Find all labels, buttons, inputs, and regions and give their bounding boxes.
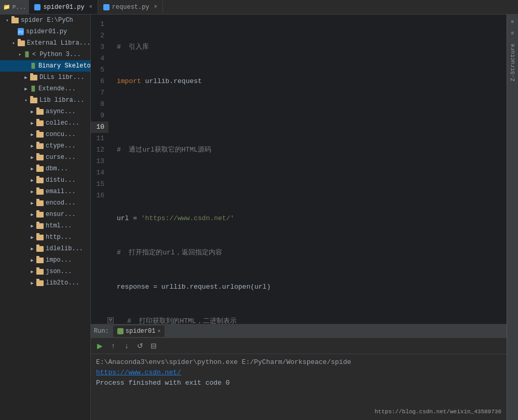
tab-spider01-label: spider01.py xyxy=(43,4,84,11)
run-tab-close[interactable]: × xyxy=(157,329,160,334)
chevron-right-icon15: ▶ xyxy=(29,246,35,252)
sidebar-item-python3[interactable]: ▾ ▐▌ < Python 3... xyxy=(0,49,90,60)
chevron-right-icon2: ▶ xyxy=(23,86,29,92)
sidebar-item-impo[interactable]: ▶ impo... xyxy=(0,254,90,266)
sidebar-item-ctype[interactable]: ▶ ctype... xyxy=(0,140,90,152)
folder-icon9 xyxy=(36,155,44,160)
sidebar-item-curse[interactable]: ▶ curse... xyxy=(0,152,90,163)
ln-16: 16 xyxy=(91,190,108,201)
sidebar-item-binary-skeletons[interactable]: ▶ ▐▌ Binary Skeletons xyxy=(0,60,90,72)
tab-spider01[interactable]: spider01.py × xyxy=(29,0,98,14)
tab-spider01-close[interactable]: × xyxy=(89,4,92,10)
code-line-2: import urllib.request xyxy=(117,76,507,87)
sidebar-item-distu[interactable]: ▶ distu... xyxy=(0,174,90,186)
ln-7: 7 xyxy=(91,87,108,99)
py-file-icon2 xyxy=(103,4,110,10)
sidebar-item-collec[interactable]: ▶ collec... xyxy=(0,117,90,129)
bottom-panel: Run: spider01 × ▶ ↑ ↓ ↺ ⊟ E:\Anaconda3\e… xyxy=(91,324,507,420)
chevron-right-icon10: ▶ xyxy=(29,188,35,195)
folder-icon4 xyxy=(30,98,37,103)
sidebar-item-encod[interactable]: ▶ encod... xyxy=(0,197,90,209)
py-file-icon xyxy=(34,4,40,10)
code-line-6: url = 'https://www.csdn.net/' xyxy=(117,213,507,224)
ln-3: 3 xyxy=(91,42,108,53)
sidebar-item-async[interactable]: ▶ async... xyxy=(0,106,90,117)
run-credit: https://blog.csdn.net/weixin_43589736 xyxy=(375,407,501,417)
sidebar-item-lib2to[interactable]: ▶ lib2to... xyxy=(0,277,90,289)
code-container[interactable]: 1 2 3 4 5 6 7 8 9 10 11 12 13 14 15 16 xyxy=(91,15,507,324)
sidebar-item-dbm[interactable]: ▶ dbm... xyxy=(0,163,90,174)
sidebar-dlls-label: DLLs libr... xyxy=(39,74,84,81)
sidebar-item-idlelib[interactable]: ▶ idlelib... xyxy=(0,243,90,254)
run-tab-spider01[interactable]: spider01 × xyxy=(113,326,165,337)
sidebar-item-http[interactable]: ▶ http... xyxy=(0,232,90,243)
run-output[interactable]: E:\Anaconda3\envs\spider\python.exe E:/P… xyxy=(91,354,507,420)
eq-6: = xyxy=(129,214,141,222)
ln-14: 14 xyxy=(91,167,108,179)
side-tab-btn-2[interactable]: ≡ xyxy=(508,28,517,37)
ln-9: 9 xyxy=(91,110,108,121)
ln-5: 5 xyxy=(91,64,108,76)
sidebar-idlelib-label: idlelib... xyxy=(46,245,83,252)
code-line-1: # 引入库 xyxy=(117,42,507,53)
ln-1: 1 xyxy=(91,19,108,30)
sidebar-concu-label: concu... xyxy=(46,131,76,138)
sidebar-item-ensur[interactable]: ▶ ensur... xyxy=(0,209,90,220)
run-up-button[interactable]: ↑ xyxy=(107,340,119,351)
sidebar-item-lib[interactable]: ▾ Lib libra... xyxy=(0,94,90,106)
editor-area[interactable]: 1 2 3 4 5 6 7 8 9 10 11 12 13 14 15 16 xyxy=(91,15,507,324)
sidebar-python3-label: < Python 3... xyxy=(32,51,81,58)
code-content[interactable]: # 引入库 import urllib.request # 通过url获取它的H… xyxy=(113,15,507,324)
sidebar-ensur-label: ensur... xyxy=(46,211,76,218)
sidebar-item-html[interactable]: ▶ html... xyxy=(0,220,90,232)
fold-marker-9[interactable]: ▽ xyxy=(107,317,114,323)
run-play-button[interactable]: ▶ xyxy=(94,340,105,351)
chevron-right-icon4: ▶ xyxy=(29,120,35,126)
code-line-9: ▽# 打印获取到的HTML，二进制表示 xyxy=(117,316,507,324)
sidebar-item-json[interactable]: ▶ json... xyxy=(0,266,90,277)
chevron-right-icon7: ▶ xyxy=(29,154,35,160)
code-line-5 xyxy=(117,179,507,190)
run-cmd-line: E:\Anaconda3\envs\spider\python.exe E:/P… xyxy=(96,357,501,368)
lib-icon: ▐▌ xyxy=(24,51,30,58)
folder-icon6 xyxy=(36,120,44,126)
tab-request[interactable]: request.py × xyxy=(98,0,163,14)
chevron-right-icon14: ▶ xyxy=(29,234,35,240)
sidebar-item-extended[interactable]: ▶ ▐▌ Extende... xyxy=(0,83,90,94)
sidebar-item-spider01py[interactable]: ▶ py spider01.py xyxy=(0,26,90,37)
chevron-right-icon3: ▶ xyxy=(29,109,35,115)
sidebar-extended-label: Extende... xyxy=(38,85,76,92)
sidebar-item-external-libs[interactable]: ▾ External Libra... xyxy=(0,37,90,49)
kw-import: import xyxy=(117,77,141,85)
sidebar-html-label: html... xyxy=(46,222,72,229)
run-down-button[interactable]: ↓ xyxy=(121,340,132,351)
sidebar-item-spider-label: spider E:\PyCh xyxy=(21,17,73,24)
sidebar-item-spider[interactable]: ▾ spider E:\PyCh xyxy=(0,15,90,26)
str-url: 'https://www.csdn.net/' xyxy=(141,214,234,222)
lib-icon2: ▐▌ xyxy=(30,85,36,92)
line-numbers: 1 2 3 4 5 6 7 8 9 10 11 12 13 14 15 16 xyxy=(91,15,113,324)
run-rerun-button[interactable]: ↺ xyxy=(134,340,146,351)
folder-icon12 xyxy=(36,189,44,195)
var-response: response xyxy=(117,283,149,291)
ln-6: 6 xyxy=(91,76,108,87)
chevron-right-icon9: ▶ xyxy=(29,177,35,183)
chevron-right-icon13: ▶ xyxy=(29,223,35,229)
sidebar-item-email[interactable]: ▶ email... xyxy=(0,186,90,197)
sidebar-item-dlls[interactable]: ▶ DLLs libr... xyxy=(0,72,90,83)
folder-icon10 xyxy=(36,166,44,172)
sidebar-item-concu[interactable]: ▶ concu... xyxy=(0,129,90,140)
chevron-right-icon11: ▶ xyxy=(29,200,35,206)
side-tab-btn-1[interactable]: ≡ xyxy=(508,17,517,26)
folder-icon14 xyxy=(36,212,44,218)
project-tab[interactable]: 📁 P... xyxy=(0,0,29,14)
run-stop-button[interactable]: ⊟ xyxy=(148,340,159,351)
folder-icon8 xyxy=(36,143,44,149)
run-url-link[interactable]: https://www.csdn.net/ xyxy=(96,369,181,376)
tab-request-close[interactable]: × xyxy=(154,4,157,10)
run-tab-label: spider01 xyxy=(126,328,156,335)
side-tab-structure-label[interactable]: Z-Structure xyxy=(510,44,516,82)
sidebar-spider01py-label: spider01.py xyxy=(26,28,67,35)
project-tab-label: P... xyxy=(12,4,26,10)
run-url-line[interactable]: https://www.csdn.net/ xyxy=(96,368,501,378)
